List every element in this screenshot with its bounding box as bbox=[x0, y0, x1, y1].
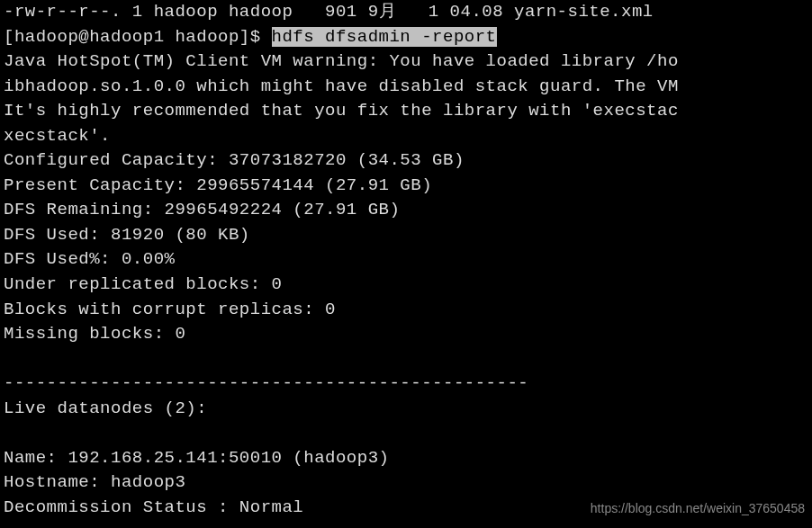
separator-line: ----------------------------------------… bbox=[4, 373, 528, 393]
dfs-used: DFS Used: 81920 (80 KB) bbox=[4, 225, 250, 245]
dfs-remaining: DFS Remaining: 29965492224 (27.91 GB) bbox=[4, 200, 400, 219]
under-replicated-blocks: Under replicated blocks: 0 bbox=[4, 274, 282, 294]
terminal-output[interactable]: -rw-r--r--. 1 hadoop hadoop 901 9月 1 04.… bbox=[4, 0, 808, 520]
live-datanodes-header: Live datanodes (2): bbox=[4, 398, 207, 418]
watermark-url: https://blog.csdn.net/weixin_37650458 bbox=[591, 499, 805, 517]
jvm-warning-line: ibhadoop.so.1.0.0 which might have disab… bbox=[4, 76, 679, 96]
datanode-name: Name: 192.168.25.141:50010 (hadoop3) bbox=[4, 448, 389, 468]
missing-blocks: Missing blocks: 0 bbox=[4, 324, 185, 344]
jvm-warning-line: Java HotSpot(TM) Client VM warning: You … bbox=[4, 51, 679, 71]
shell-prompt: [hadoop@hadoop1 hadoop]$ bbox=[4, 27, 272, 47]
datanode-decommission-status: Decommission Status : Normal bbox=[4, 497, 303, 517]
corrupt-blocks: Blocks with corrupt replicas: 0 bbox=[4, 300, 336, 319]
present-capacity: Present Capacity: 29965574144 (27.91 GB) bbox=[4, 175, 432, 195]
jvm-warning-line: It's highly recommended that you fix the… bbox=[4, 101, 679, 121]
configured-capacity: Configured Capacity: 37073182720 (34.53 … bbox=[4, 150, 465, 170]
jvm-warning-line: xecstack'. bbox=[4, 126, 111, 146]
ls-output-line: -rw-r--r--. 1 hadoop hadoop 901 9月 1 04.… bbox=[4, 2, 654, 22]
dfs-used-percent: DFS Used%: 0.00% bbox=[4, 249, 175, 269]
datanode-hostname: Hostname: hadoop3 bbox=[4, 472, 185, 492]
entered-command: hdfs dfsadmin -report bbox=[272, 27, 497, 47]
